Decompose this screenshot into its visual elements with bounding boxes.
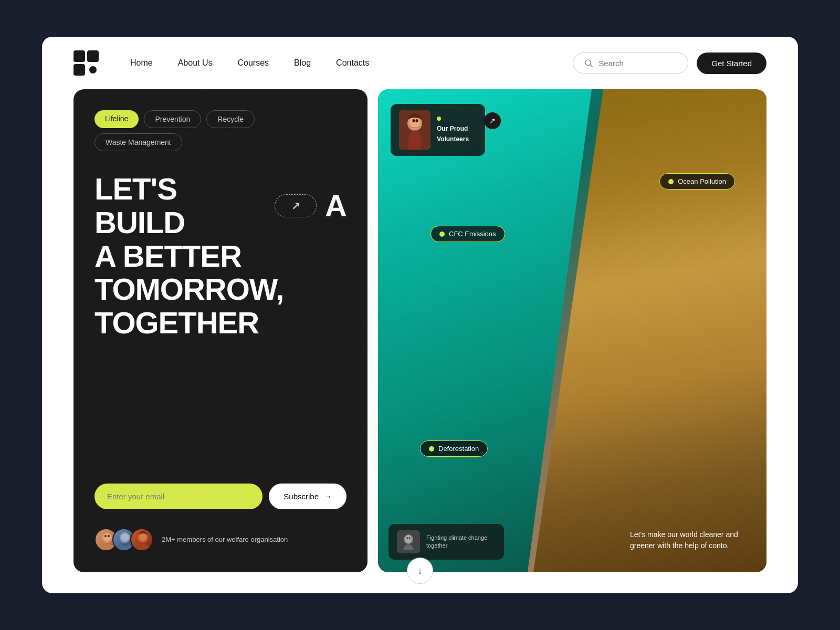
svg-point-22 [416,119,418,122]
email-row: Subscribe → [94,484,346,509]
svg-point-26 [407,537,408,539]
svg-rect-3 [89,66,97,74]
scroll-down-icon: ↓ [418,565,423,576]
tag-prevention[interactable]: Prevention [144,110,201,128]
logo[interactable] [74,50,99,76]
main-content: Lifeline Prevention Recycle Waste Manage… [42,89,798,593]
header: Home About Us Courses Blog Contacts Get … [42,37,798,89]
svg-point-21 [413,119,415,122]
svg-point-4 [585,60,591,66]
headline: LET'S BUILD ↗ A A BETTER TOMORROW, TOGET… [94,172,346,458]
left-panel: Lifeline Prevention Recycle Waste Manage… [74,89,368,572]
volunteer-status-dot [437,117,441,121]
cfc-emissions-label: CFC Emissions [449,230,496,238]
headline-a: A [325,189,346,223]
members-row: 2M+ members of our welfare organisation [94,528,346,551]
svg-line-5 [591,65,593,67]
bottom-card-avatar [397,530,420,553]
svg-point-10 [108,535,110,538]
deforestation-label: Deforestation [438,445,479,453]
svg-point-16 [135,544,150,551]
svg-point-25 [405,535,412,543]
subscribe-button[interactable]: Subscribe → [269,484,346,509]
volunteer-arrow-button[interactable]: ↗ [484,112,501,129]
svg-rect-14 [122,544,128,546]
get-started-button[interactable]: Get Started [697,52,766,74]
scroll-down-button[interactable]: ↓ [407,558,433,584]
svg-point-7 [100,544,114,551]
svg-point-9 [104,535,107,538]
svg-point-27 [409,537,411,539]
avatar-3 [130,528,153,551]
map-tag-cfc-emissions[interactable]: CFC Emissions [430,226,505,242]
svg-rect-1 [87,50,99,62]
arrow-right-icon: → [324,492,332,501]
bottom-card-text: Fighting climate change together [426,534,496,550]
headline-line3: TOGETHER [94,306,346,340]
email-input[interactable] [94,484,262,509]
nav-home[interactable]: Home [130,58,153,68]
tag-lifeline[interactable]: Lifeline [94,110,139,128]
cfc-emissions-dot [439,232,445,237]
volunteer-label-line2: Volunteers [437,135,469,144]
search-input[interactable] [598,59,677,68]
panels-container: Lifeline Prevention Recycle Waste Manage… [74,89,766,572]
svg-rect-2 [74,64,85,76]
coastline-bg [378,89,766,572]
svg-rect-0 [74,50,85,62]
headline-line2: A BETTER TOMORROW, [94,239,346,307]
nav-blog[interactable]: Blog [294,58,311,68]
tag-waste-management[interactable]: Waste Management [94,133,182,151]
nav-about[interactable]: About Us [178,58,213,68]
navigation: Home About Us Courses Blog Contacts [130,58,573,68]
ocean-pollution-dot [668,179,674,184]
svg-point-13 [121,533,129,541]
bottom-card: Fighting climate change together [388,524,504,560]
deforestation-dot [429,446,434,452]
search-icon [584,58,593,68]
nav-courses[interactable]: Courses [238,58,269,68]
tags-row: Lifeline Prevention Recycle Waste Manage… [94,110,346,151]
avatar-group [94,528,153,551]
right-panel: Our Proud Volunteers ↗ Ocean Pollution C… [378,89,766,572]
page-wrapper: Home About Us Courses Blog Contacts Get … [42,37,798,593]
svg-point-17 [139,533,146,541]
bottom-tagline: Let's make our world cleaner and greener… [630,529,746,551]
volunteer-avatar [399,110,430,150]
map-tag-deforestation[interactable]: Deforestation [420,440,488,457]
members-text: 2M+ members of our welfare organisation [162,535,288,544]
search-bar [573,52,688,74]
map-tag-ocean-pollution[interactable]: Ocean Pollution [659,173,735,190]
volunteer-info: Our Proud Volunteers [437,117,469,143]
volunteer-label-line1: Our Proud [437,125,469,133]
headline-line1: LET'S BUILD [94,172,266,239]
tag-recycle[interactable]: Recycle [206,110,255,128]
arrow-box[interactable]: ↗ [275,194,317,217]
svg-point-8 [103,533,111,541]
texture-overlay [378,89,766,572]
nav-contacts[interactable]: Contacts [336,58,369,68]
ocean-pollution-label: Ocean Pollution [678,177,726,185]
volunteer-card: Our Proud Volunteers ↗ [391,104,485,156]
